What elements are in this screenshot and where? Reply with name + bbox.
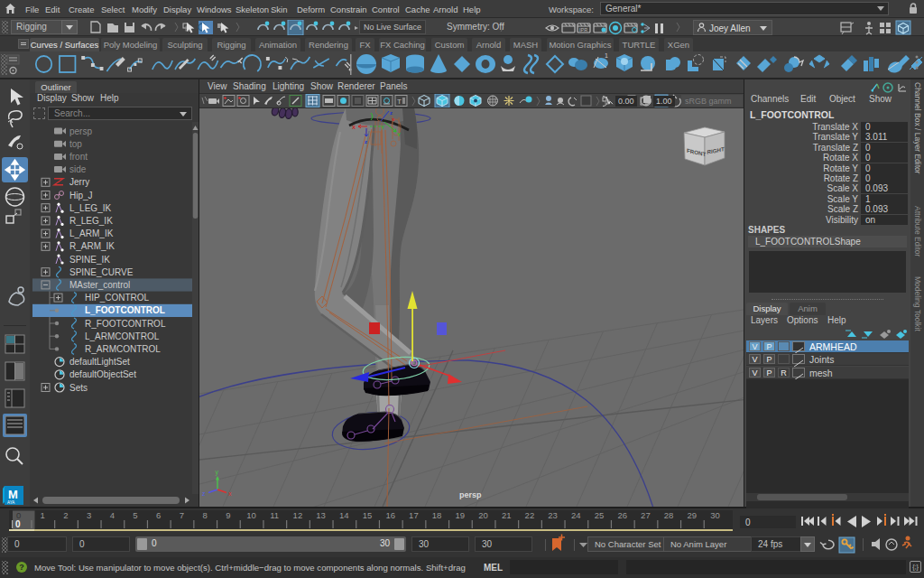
svg-text:4: 4 [110,510,115,520]
svg-text:0: 0 [15,519,21,529]
svg-text:21: 21 [502,510,512,520]
svg-text:defaultLightSet: defaultLightSet [69,357,130,367]
svg-text:L_LEG_IK: L_LEG_IK [69,203,111,213]
svg-text:1: 1 [605,52,608,59]
svg-text:z: z [365,139,367,144]
svg-text:16: 16 [385,510,395,520]
svg-text:27: 27 [641,510,651,520]
svg-text:IPR: IPR [579,27,587,33]
svg-text:front: front [69,152,88,162]
svg-text:1: 1 [41,510,45,520]
svg-text:defaultObjectSet: defaultObjectSet [69,369,136,379]
svg-text:6: 6 [156,510,161,520]
svg-text:10: 10 [246,510,256,520]
svg-text:MAster_control: MAster_control [69,280,130,290]
svg-text:Hip_J: Hip_J [69,191,93,200]
svg-text:Y: Y [397,132,401,137]
svg-text:SPINE_IK: SPINE_IK [69,255,110,265]
svg-text:HIP_CONTROL: HIP_CONTROL [85,293,150,303]
svg-text:26: 26 [617,510,627,520]
svg-text:R_FOOTCONTROL: R_FOOTCONTROL [85,319,166,329]
svg-text:25: 25 [595,510,605,520]
svg-text:AYA: AYA [7,500,14,505]
svg-text:0.00: 0.00 [618,97,634,106]
svg-text:23: 23 [548,510,558,520]
svg-text:Jerry: Jerry [69,177,89,187]
svg-text:9: 9 [226,510,230,520]
svg-text:top: top [69,139,82,149]
svg-text:2: 2 [63,510,68,520]
svg-text:0: 0 [745,517,751,527]
svg-text:1.00: 1.00 [656,97,672,106]
svg-text:L_FOOTCONTROL: L_FOOTCONTROL [85,305,165,315]
svg-text:Y: Y [381,125,384,130]
svg-text:y: y [216,469,219,476]
svg-text:R_ARMCONTROL: R_ARMCONTROL [85,344,161,354]
svg-text:15: 15 [363,510,373,520]
svg-text:SPINE_CURVE: SPINE_CURVE [69,267,134,277]
svg-text:24: 24 [571,510,581,520]
svg-text:side: side [69,164,87,174]
svg-text:persp: persp [459,490,482,499]
svg-text:13: 13 [316,510,326,520]
svg-text:3: 3 [87,510,91,520]
svg-text:x: x [228,490,232,497]
svg-text:L_ARMCONTROL: L_ARMCONTROL [85,331,160,341]
svg-text:persp: persp [69,126,92,136]
svg-text:14: 14 [339,510,349,520]
svg-text:29: 29 [688,510,698,520]
svg-text:22: 22 [525,510,535,520]
svg-text:19: 19 [456,510,466,520]
svg-text:T: T [397,98,402,106]
svg-text:8: 8 [202,510,207,520]
svg-text:30: 30 [710,510,720,520]
svg-text:L_ARM_IK: L_ARM_IK [69,228,114,238]
svg-text:M: M [8,488,18,501]
svg-text:12: 12 [293,510,303,520]
svg-text:5: 5 [133,510,137,520]
svg-text:Sets: Sets [69,383,88,393]
svg-text:20: 20 [478,510,488,520]
svg-text:X: X [352,125,356,130]
svg-text:17: 17 [409,510,419,520]
svg-text:z: z [202,490,206,497]
svg-text:28: 28 [664,510,674,520]
svg-text:sRGB gamm: sRGB gamm [685,97,732,106]
svg-text:7: 7 [180,510,184,520]
svg-text:11: 11 [270,510,279,520]
svg-text:z: z [390,110,393,116]
svg-text:R_LEG_IK: R_LEG_IK [69,216,113,226]
svg-text:R_ARM_IK: R_ARM_IK [69,241,115,251]
svg-text:18: 18 [432,510,442,520]
